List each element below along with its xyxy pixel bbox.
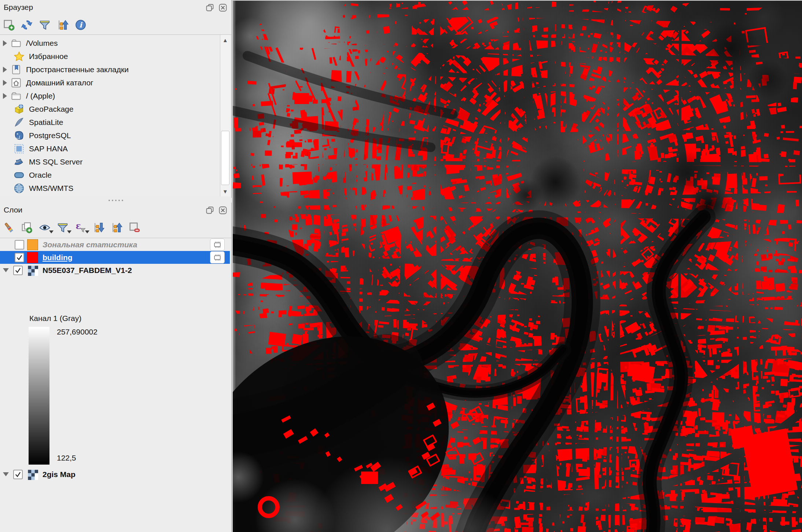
scroll-up-icon[interactable]: ▲ bbox=[220, 35, 230, 45]
refresh-button[interactable] bbox=[20, 18, 33, 32]
layer-row-2gis-map[interactable]: 2gis Map bbox=[0, 468, 230, 481]
expand-icon[interactable] bbox=[3, 80, 7, 86]
panel-splitter-handle[interactable] bbox=[0, 198, 232, 203]
browser-item-favorites[interactable]: Избранное bbox=[0, 50, 231, 63]
map-canvas[interactable] bbox=[233, 1, 802, 532]
map-view bbox=[233, 0, 802, 532]
browser-item-volumes[interactable]: /Volumes bbox=[0, 37, 231, 50]
browser-toolbar: i bbox=[2, 16, 229, 34]
wms-wmts-icon bbox=[14, 183, 25, 194]
raster-layer-icon bbox=[27, 469, 38, 480]
browser-item-wms-wmts[interactable]: WMS/WMTS bbox=[0, 182, 231, 195]
float-panel-icon[interactable] bbox=[205, 206, 215, 215]
raster-band-label: Канал 1 (Gray) bbox=[29, 314, 81, 323]
ramp-min-value: 122,5 bbox=[57, 454, 76, 462]
svg-text:ε: ε bbox=[76, 222, 81, 231]
layer-checkbox-unchecked[interactable] bbox=[15, 240, 24, 250]
layers-panel-header: Слои bbox=[0, 203, 231, 217]
collapse-all-icon[interactable] bbox=[56, 18, 69, 32]
layers-tree: Зональная статистика building N55E037_FA… bbox=[0, 238, 231, 532]
layer-row-building[interactable]: building bbox=[0, 251, 230, 264]
grayscale-ramp bbox=[29, 327, 49, 465]
expand-icon[interactable] bbox=[3, 67, 7, 73]
layers-toolbar: ε bbox=[2, 218, 229, 237]
postgresql-icon bbox=[14, 130, 25, 141]
favorites-star-icon bbox=[14, 51, 25, 62]
manage-map-themes-icon[interactable] bbox=[38, 221, 51, 234]
memory-layer-indicator-icon[interactable] bbox=[210, 239, 225, 251]
layer-row-zonal-statistics[interactable]: Зональная статистика bbox=[0, 238, 230, 251]
root-folder-icon bbox=[11, 90, 22, 101]
browser-panel-header: Браузер bbox=[0, 0, 231, 15]
browser-panel: Браузер i /Volumes Избранное Простра bbox=[0, 0, 232, 198]
add-group-icon[interactable] bbox=[20, 221, 33, 234]
expand-icon[interactable] bbox=[3, 40, 7, 46]
spatialite-icon bbox=[14, 117, 25, 128]
collapse-icon[interactable] bbox=[3, 472, 9, 476]
filter-legend-icon[interactable] bbox=[56, 221, 69, 234]
browser-item-root-apple[interactable]: / (Apple) bbox=[0, 89, 231, 103]
memory-layer-indicator-icon[interactable] bbox=[210, 251, 225, 263]
oracle-icon bbox=[14, 170, 25, 181]
open-layer-styling-icon[interactable] bbox=[2, 221, 15, 234]
layer-swatch bbox=[27, 239, 38, 250]
scrollbar-thumb[interactable] bbox=[221, 131, 229, 185]
layer-swatch bbox=[27, 252, 38, 263]
geopackage-icon bbox=[14, 104, 25, 115]
dropdown-caret-icon[interactable] bbox=[67, 230, 71, 233]
browser-item-home[interactable]: Домашний каталог bbox=[0, 76, 231, 89]
browser-item-geopackage[interactable]: GeoPackage bbox=[0, 103, 231, 116]
home-folder-icon bbox=[11, 77, 22, 88]
folder-icon bbox=[11, 38, 22, 49]
layer-checkbox-checked[interactable] bbox=[13, 470, 23, 479]
properties-info-icon[interactable]: i bbox=[74, 18, 87, 32]
layer-checkbox-checked[interactable] bbox=[13, 266, 23, 275]
close-panel-icon[interactable] bbox=[218, 206, 228, 215]
spatial-bookmarks-icon bbox=[11, 64, 22, 75]
layers-panel-title: Слои bbox=[4, 206, 22, 214]
scroll-down-icon[interactable]: ▼ bbox=[220, 186, 230, 196]
browser-panel-title: Браузер bbox=[4, 3, 33, 12]
collapse-icon[interactable] bbox=[3, 268, 9, 272]
browser-item-postgresql[interactable]: PostgreSQL bbox=[0, 129, 231, 142]
expand-all-icon[interactable] bbox=[92, 221, 105, 234]
browser-tree: /Volumes Избранное Пространственные закл… bbox=[0, 34, 231, 197]
collapse-all-icon[interactable] bbox=[110, 221, 123, 234]
raster-layer-icon bbox=[27, 265, 38, 276]
browser-item-ms-sql-server[interactable]: MS SQL Server bbox=[0, 155, 231, 169]
dropdown-caret-icon[interactable] bbox=[85, 230, 89, 233]
close-panel-icon[interactable] bbox=[218, 3, 228, 12]
browser-item-oracle[interactable]: Oracle bbox=[0, 169, 231, 182]
expand-icon[interactable] bbox=[3, 93, 7, 99]
browser-item-spatialite[interactable]: SpatiaLite bbox=[0, 116, 231, 129]
ms-sql-server-icon bbox=[14, 156, 25, 167]
browser-item-sap-hana[interactable]: SAP HANA bbox=[0, 142, 231, 155]
browser-scrollbar[interactable]: ▲ ▼ bbox=[220, 35, 230, 196]
layers-panel: Слои ε bbox=[0, 203, 232, 532]
ramp-max-value: 257,690002 bbox=[57, 328, 98, 336]
filter-by-expression-icon[interactable]: ε bbox=[74, 221, 87, 234]
sap-hana-icon bbox=[14, 143, 25, 154]
add-selected-layers-button[interactable] bbox=[2, 18, 15, 32]
remove-layer-icon[interactable] bbox=[128, 221, 141, 234]
browser-item-spatial-bookmarks[interactable]: Пространственные закладки bbox=[0, 63, 231, 76]
dropdown-caret-icon[interactable] bbox=[49, 230, 54, 233]
filter-browser-icon[interactable] bbox=[38, 18, 51, 32]
layer-row-fabdem[interactable]: N55E037_FABDEM_V1-2 bbox=[0, 264, 230, 277]
float-panel-icon[interactable] bbox=[205, 3, 215, 12]
layer-checkbox-checked[interactable] bbox=[15, 253, 24, 262]
